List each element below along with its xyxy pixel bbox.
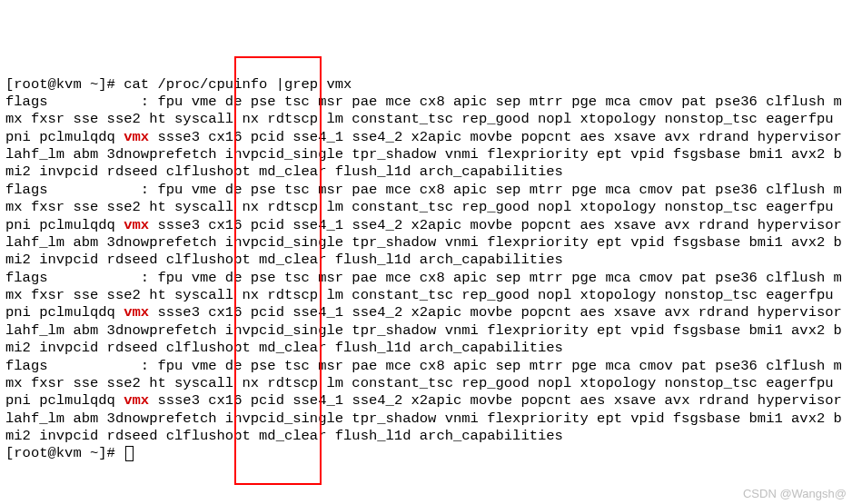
flags-label: flags : — [5, 270, 157, 286]
flags-label: flags : — [5, 358, 157, 374]
prompt-line[interactable]: [root@kvm ~]# — [5, 445, 847, 462]
shell-prompt: [root@kvm ~]# — [5, 76, 124, 93]
shell-prompt: [root@kvm ~]# — [5, 445, 124, 461]
vmx-match: vmx — [124, 304, 149, 321]
vmx-match: vmx — [124, 217, 149, 233]
typed-command[interactable]: cat /proc/cpuinfo |grep vmx — [124, 76, 352, 93]
flags-label: flags : — [5, 182, 157, 198]
flags-entry: flags : fpu vme de pse tsc msr pae mce c… — [5, 270, 847, 358]
watermark: CSDN @Wangsh@ — [743, 487, 847, 501]
command-line: [root@kvm ~]# cat /proc/cpuinfo |grep vm… — [5, 76, 847, 94]
flags-entry: flags : fpu vme de pse tsc msr pae mce c… — [5, 94, 847, 182]
vmx-match: vmx — [124, 392, 149, 409]
flags-label: flags : — [5, 94, 157, 110]
terminal-output: [root@kvm ~]# cat /proc/cpuinfo |grep vm… — [5, 76, 847, 463]
flags-entry: flags : fpu vme de pse tsc msr pae mce c… — [5, 182, 847, 270]
vmx-match: vmx — [124, 129, 149, 145]
cursor — [125, 446, 134, 461]
flags-entry: flags : fpu vme de pse tsc msr pae mce c… — [5, 358, 847, 446]
